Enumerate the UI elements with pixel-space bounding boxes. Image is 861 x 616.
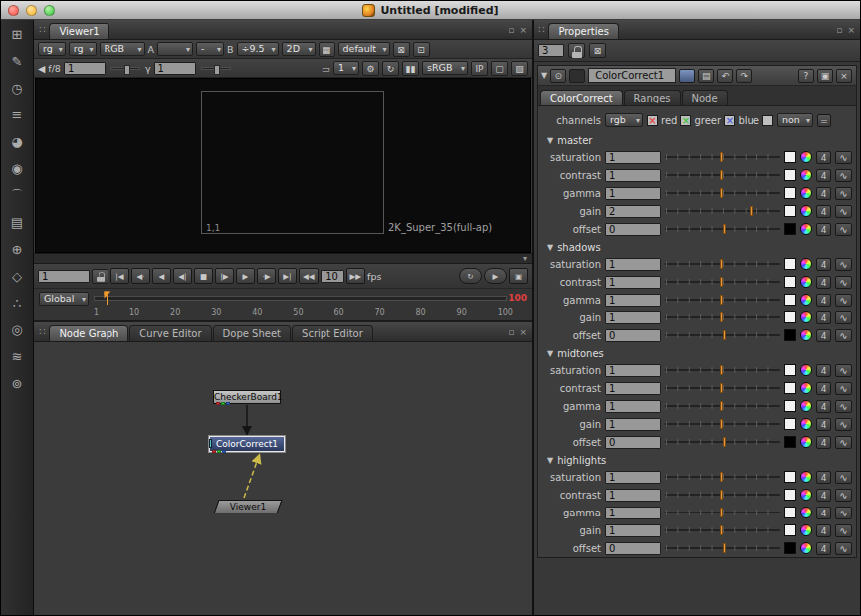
shadows-offset-colorwheel-button[interactable] [800,329,812,341]
shadows-saturation-input[interactable]: 1 [605,258,661,271]
highlights-saturation-colorwheel-button[interactable] [800,471,812,483]
lock-panels-button[interactable] [568,43,585,58]
pane-grip-icon[interactable]: ∷ [536,24,547,35]
midtones-saturation-color-swatch[interactable] [784,364,796,376]
play-forward-button[interactable]: ▶ [236,268,255,284]
mask-channel-dropdown[interactable]: non [777,113,813,127]
toolbar-3d-icon[interactable]: ◇ [5,268,29,286]
aperture-label[interactable]: f/8 [48,63,61,74]
display-channels-dropdown[interactable]: RGB [100,42,145,56]
shadows-offset-channels-button[interactable]: 4 [816,329,831,342]
timeline-groove[interactable] [94,296,507,301]
tab-dope-sheet[interactable]: Dope Sheet [213,325,291,341]
input-a-dropdown[interactable] [157,42,193,56]
viewer-gamma-input[interactable]: 1 [154,62,196,75]
pane-grip-icon[interactable]: ∷ [36,24,48,35]
zoom-window-button[interactable] [44,5,55,16]
midtones-gain-slider[interactable] [665,418,780,430]
highlights-gain-slider[interactable] [665,524,780,536]
master-offset-colorwheel-button[interactable] [800,223,812,235]
tab-node-graph[interactable]: Node Graph [49,325,128,341]
master-contrast-channels-button[interactable]: 4 [816,169,831,182]
slider-handle[interactable] [720,383,723,393]
zoom-in-icon[interactable]: ⊠ [393,42,410,57]
midtones-saturation-colorwheel-button[interactable] [800,364,812,376]
channel-green-checkbox[interactable]: × [680,115,691,126]
highlights-gamma-channels-button[interactable]: 4 [816,507,831,519]
shadows-offset-slider[interactable] [665,329,780,341]
shadows-gain-input[interactable]: 1 [605,311,661,324]
midtones-saturation-channels-button[interactable]: 4 [816,364,831,377]
master-gamma-input[interactable]: 1 [605,187,661,200]
highlights-saturation-channels-button[interactable]: 4 [816,471,831,484]
slider-handle[interactable] [720,472,723,482]
highlights-gamma-input[interactable]: 1 [605,507,661,519]
toolbar-merge-icon[interactable]: ▤ [5,214,29,232]
shadows-gain-animation-button[interactable]: ∿ [835,311,852,324]
shadows-group-header[interactable]: ▼shadows [538,238,856,255]
highlights-gamma-slider[interactable] [665,507,780,518]
highlights-group-header[interactable]: ▼highlights [538,451,856,468]
shadows-gain-colorwheel-button[interactable] [800,311,812,323]
tab-properties[interactable]: Properties [548,23,619,39]
highlights-offset-input[interactable]: 0 [605,542,661,555]
highlights-gamma-animation-button[interactable]: ∿ [835,507,852,519]
shadows-contrast-input[interactable]: 1 [605,276,661,289]
master-gamma-colorwheel-button[interactable] [800,187,812,199]
viewer-info-bar[interactable]: ▾ [34,253,532,264]
pause-icon[interactable]: ▮▮ [402,61,419,76]
midtones-gain-channels-button[interactable]: 4 [816,418,831,431]
float-panel-button[interactable]: ▣ [817,69,833,83]
slider-handle[interactable] [720,170,723,180]
master-saturation-channels-button[interactable]: 4 [816,151,831,164]
play-backward-button[interactable]: ◀ [152,268,171,284]
channel-alpha-checkbox[interactable] [762,115,773,126]
highlights-offset-color-swatch[interactable] [784,542,796,554]
highlights-contrast-slider[interactable] [665,489,780,501]
highlights-gamma-colorwheel-button[interactable] [800,507,812,518]
checkerboard-bg-icon[interactable]: ▦ [319,42,335,57]
master-gain-colorwheel-button[interactable] [800,205,812,217]
master-saturation-input[interactable]: 1 [605,151,661,164]
midtones-gain-colorwheel-button[interactable] [800,418,812,430]
minimize-window-button[interactable] [26,5,37,16]
toolbar-particles-icon[interactable]: ∴ [5,295,29,312]
highlights-offset-animation-button[interactable]: ∿ [835,542,852,555]
shadows-contrast-channels-button[interactable]: 4 [816,276,831,289]
viewer-gain-input[interactable]: 1 [64,62,106,75]
slider-handle[interactable] [723,437,726,447]
shadows-contrast-animation-button[interactable]: ∿ [835,276,852,289]
highlights-gamma-color-swatch[interactable] [784,507,796,518]
shadows-gain-channels-button[interactable]: 4 [816,311,831,324]
node-graph-canvas[interactable]: CheckerBoard1 ColorCorrect1 [34,342,532,615]
midtones-contrast-input[interactable]: 1 [605,382,661,395]
max-panels-input[interactable]: 3 [538,44,564,57]
zoom-dropdown[interactable]: ÷9.5 [237,42,279,56]
layer-b-dropdown[interactable]: rg [69,42,97,56]
highlights-contrast-channels-button[interactable]: 4 [816,489,831,502]
midtones-gamma-channels-button[interactable]: 4 [816,400,831,413]
midtones-gain-input[interactable]: 1 [605,418,661,431]
shadows-gamma-color-swatch[interactable] [784,294,796,306]
shadows-saturation-colorwheel-button[interactable] [800,258,812,270]
playhead[interactable] [107,292,108,305]
highlights-contrast-animation-button[interactable]: ∿ [835,489,852,502]
master-gain-slider[interactable] [665,205,780,217]
layer-a-dropdown[interactable]: rg [38,42,66,56]
highlights-saturation-animation-button[interactable]: ∿ [835,471,852,484]
next-keyframe-button[interactable]: ·▶ [257,268,276,284]
shadows-offset-animation-button[interactable]: ∿ [835,329,852,342]
master-offset-channels-button[interactable]: 4 [816,223,831,236]
shadows-gain-color-swatch[interactable] [784,311,796,323]
master-gain-input[interactable]: 2 [605,205,661,218]
tab-colorcorrect[interactable]: ColorCorrect [540,90,623,105]
master-contrast-colorwheel-button[interactable] [800,169,812,181]
midtones-offset-color-swatch[interactable] [784,436,796,448]
master-gamma-slider[interactable] [665,187,780,199]
highlights-offset-channels-button[interactable]: 4 [816,542,831,555]
shadows-saturation-channels-button[interactable]: 4 [816,258,831,271]
slider-handle[interactable] [720,188,723,198]
master-offset-input[interactable]: 0 [605,223,661,236]
prev-keyframe-button[interactable]: ◀· [131,268,150,284]
shadows-saturation-animation-button[interactable]: ∿ [835,258,852,271]
